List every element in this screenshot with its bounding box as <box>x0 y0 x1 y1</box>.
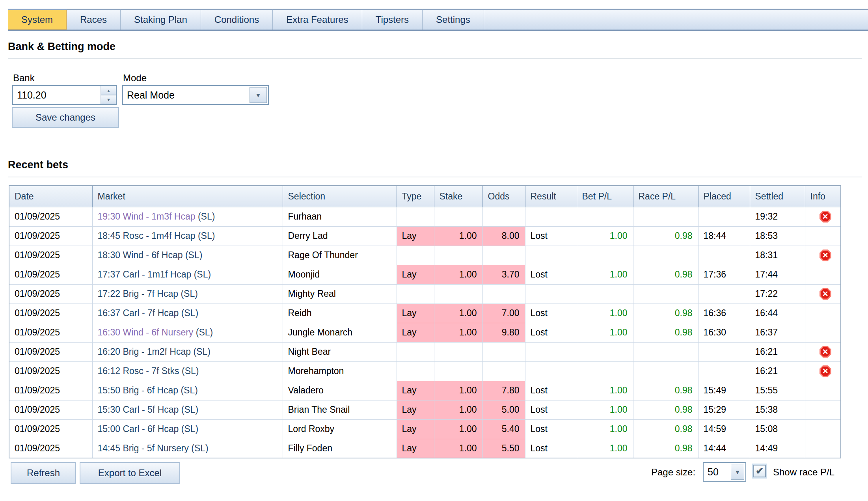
page-size-select[interactable]: 50 ▼ <box>703 462 746 482</box>
table-row: 01/09/202516:20 Brig - 1m2f Hcap (SL)Nig… <box>9 342 841 361</box>
cell-odds: 5.00 <box>482 400 525 419</box>
cell-info <box>805 439 841 458</box>
tab-extra-features[interactable]: Extra Features <box>273 10 362 30</box>
cell-stake: 1.00 <box>434 265 482 284</box>
cell-bet-pl: 1.00 <box>577 419 633 439</box>
cell-type: Lay <box>397 265 434 284</box>
main-tab-bar: SystemRacesStaking PlanConditionsExtra F… <box>8 9 868 31</box>
market-link[interactable]: 16:12 Rosc - 7f Stks <box>98 366 179 376</box>
error-icon[interactable]: ✕ <box>820 211 831 223</box>
market-link[interactable]: 17:22 Brig - 7f Hcap <box>98 289 179 299</box>
tab-conditions[interactable]: Conditions <box>201 10 273 30</box>
cell-selection: Lord Roxby <box>283 419 397 439</box>
cell-result <box>525 246 577 265</box>
column-header-stake: Stake <box>434 186 482 207</box>
cell-date: 01/09/2025 <box>9 361 92 381</box>
market-link[interactable]: 19:30 Wind - 1m3f Hcap <box>98 211 196 222</box>
column-header-date: Date <box>9 186 92 207</box>
market-link[interactable]: 16:20 Brig - 1m2f Hcap <box>98 346 191 357</box>
table-row: 01/09/202519:30 Wind - 1m3f Hcap (SL)Fur… <box>9 207 841 226</box>
cell-type: Lay <box>397 419 434 439</box>
error-icon[interactable]: ✕ <box>820 346 831 358</box>
table-row: 01/09/202516:30 Wind - 6f Nursery (SL)Ju… <box>9 323 841 342</box>
cell-odds: 3.70 <box>482 265 525 284</box>
market-link[interactable]: 15:30 Carl - 5f Hcap <box>98 404 179 415</box>
cell-info: ✕ <box>805 284 841 304</box>
cell-stake <box>434 246 482 265</box>
cell-bet-pl: 1.00 <box>577 400 633 419</box>
table-row: 01/09/202516:12 Rosc - 7f Stks (SL)Moreh… <box>9 361 841 381</box>
cell-stake: 1.00 <box>434 419 482 439</box>
cell-date: 01/09/2025 <box>9 226 92 246</box>
spinner-down-icon[interactable]: ▼ <box>101 95 116 104</box>
cell-settled: 16:37 <box>750 323 805 342</box>
cell-market: 15:00 Carl - 6f Hcap (SL) <box>92 419 283 439</box>
column-header-selection: Selection <box>283 186 397 207</box>
market-link[interactable]: 18:30 Wind - 6f Hcap <box>98 250 183 260</box>
recent-bets-table: DateMarketSelectionTypeStakeOddsResultBe… <box>9 185 841 458</box>
cell-bet-pl <box>577 361 633 381</box>
spinner-up-icon[interactable]: ▲ <box>101 86 116 95</box>
export-to-excel-button[interactable]: Export to Excel <box>80 462 180 484</box>
mode-select[interactable]: Real Mode ▼ <box>122 85 269 105</box>
cell-result <box>525 284 577 304</box>
tab-races[interactable]: Races <box>67 10 121 30</box>
market-link[interactable]: 16:30 Wind - 6f Nursery <box>98 327 194 337</box>
bank-input[interactable]: 110.20 ▲ ▼ <box>12 85 117 105</box>
cell-selection: Reidh <box>283 304 397 323</box>
table-row: 01/09/202518:30 Wind - 6f Hcap (SL)Rage … <box>9 246 841 265</box>
cell-settled: 18:31 <box>750 246 805 265</box>
market-link[interactable]: 14:45 Brig - 5f Nursery <box>98 443 189 453</box>
cell-placed <box>698 284 750 304</box>
cell-result: Lost <box>525 400 577 419</box>
cell-bet-pl <box>577 342 633 361</box>
cell-type: Lay <box>397 439 434 458</box>
cell-date: 01/09/2025 <box>9 284 92 304</box>
refresh-button[interactable]: Refresh <box>11 462 76 484</box>
market-link[interactable]: 18:45 Rosc - 1m4f Hcap <box>98 231 196 241</box>
chevron-down-icon[interactable]: ▼ <box>250 87 267 103</box>
cell-odds: 7.80 <box>482 381 525 400</box>
market-suffix: (SL) <box>191 269 211 279</box>
bank-spinner[interactable]: ▲ ▼ <box>101 86 116 104</box>
error-icon[interactable]: ✕ <box>820 250 831 261</box>
cell-stake <box>434 342 482 361</box>
page-size-value: 50 <box>704 466 730 478</box>
tab-staking-plan[interactable]: Staking Plan <box>121 10 201 30</box>
cell-race-pl: 0.98 <box>633 304 698 323</box>
tab-settings[interactable]: Settings <box>423 10 484 30</box>
market-link[interactable]: 15:50 Brig - 6f Hcap <box>98 385 179 395</box>
error-icon[interactable]: ✕ <box>820 365 831 377</box>
market-link[interactable]: 15:00 Carl - 6f Hcap <box>98 424 179 434</box>
cell-info: ✕ <box>805 342 841 361</box>
tab-system[interactable]: System <box>8 10 67 30</box>
cell-selection: Moonjid <box>283 265 397 284</box>
cell-settled: 17:44 <box>750 265 805 284</box>
tab-tipsters[interactable]: Tipsters <box>362 10 423 30</box>
column-header-type: Type <box>397 186 434 207</box>
cell-info <box>805 400 841 419</box>
cell-date: 01/09/2025 <box>9 439 92 458</box>
cell-race-pl: 0.98 <box>633 400 698 419</box>
cell-result <box>525 207 577 226</box>
table-row: 01/09/202517:22 Brig - 7f Hcap (SL)Might… <box>9 284 841 304</box>
cell-settled: 15:55 <box>750 381 805 400</box>
save-changes-button[interactable]: Save changes <box>12 107 119 128</box>
bank-value[interactable]: 110.20 <box>13 86 101 104</box>
market-link[interactable]: 16:37 Carl - 7f Hcap <box>98 308 179 318</box>
cell-info: ✕ <box>805 207 841 226</box>
cell-type: Lay <box>397 304 434 323</box>
cell-date: 01/09/2025 <box>9 419 92 439</box>
cell-date: 01/09/2025 <box>9 400 92 419</box>
cell-market: 16:30 Wind - 6f Nursery (SL) <box>92 323 283 342</box>
error-icon[interactable]: ✕ <box>820 288 831 300</box>
cell-market: 14:45 Brig - 5f Nursery (SL) <box>92 439 283 458</box>
table-row: 01/09/202518:45 Rosc - 1m4f Hcap (SL)Der… <box>9 226 841 246</box>
chevron-down-icon[interactable]: ▼ <box>731 464 744 480</box>
cell-bet-pl <box>577 246 633 265</box>
market-suffix: (SL) <box>189 443 209 453</box>
show-race-pl-checkbox[interactable]: ✔ <box>753 465 766 477</box>
market-link[interactable]: 17:37 Carl - 1m1f Hcap <box>98 269 192 279</box>
cell-settled: 19:32 <box>750 207 805 226</box>
cell-bet-pl <box>577 207 633 226</box>
